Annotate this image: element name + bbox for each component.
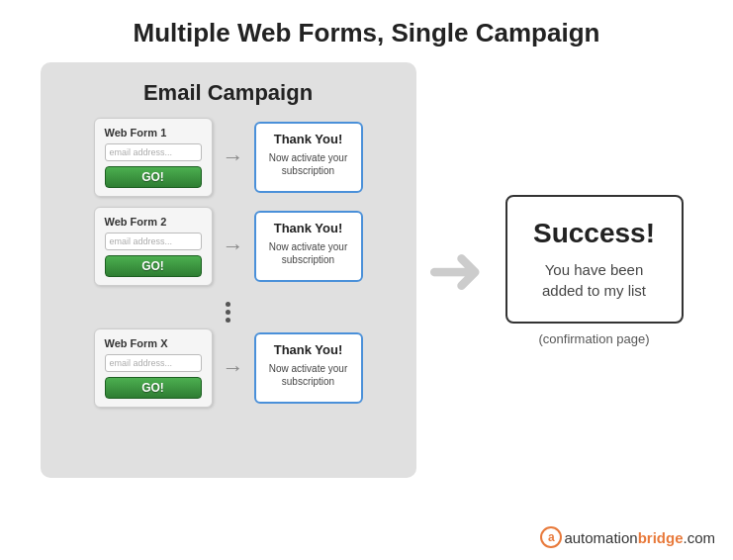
brand-automation: automation — [564, 529, 637, 546]
success-box: Success! You have been added to my list — [505, 195, 684, 324]
small-arrow-x: → — [223, 355, 244, 381]
email-input-2[interactable]: email address... — [105, 233, 202, 250]
web-form-label-2: Web Form 2 — [105, 216, 202, 228]
email-campaign-panel: Email Campaign Web Form 1 email address.… — [41, 62, 416, 478]
big-right-arrow-icon: ➜ — [426, 235, 485, 305]
web-form-box-1: Web Form 1 email address... GO! — [94, 118, 213, 197]
thank-you-sub-2: Now activate your subscription — [266, 240, 351, 266]
thank-you-sub-1: Now activate your subscription — [266, 151, 351, 177]
form-row-2: Web Form 2 email address... GO! → Thank … — [94, 207, 363, 286]
success-title: Success! — [533, 218, 655, 249]
dot-1 — [226, 302, 230, 307]
confirmation-label: (confirmation page) — [539, 331, 650, 346]
thank-you-title-x: Thank You! — [266, 342, 351, 357]
page-title-heading: Multiple Web Forms, Single Campaign — [0, 0, 733, 58]
thank-you-sub-x: Now activate your subscription — [266, 362, 351, 388]
campaign-title: Email Campaign — [143, 80, 313, 106]
thank-you-box-1: Thank You! Now activate your subscriptio… — [254, 122, 363, 193]
email-input-x[interactable]: email address... — [105, 354, 202, 372]
web-form-label-1: Web Form 1 — [105, 127, 202, 139]
success-body: You have been added to my list — [523, 259, 666, 301]
form-row-x: Web Form X email address... GO! → Thank … — [94, 328, 363, 408]
form-row-1: Web Form 1 email address... GO! → Thank … — [94, 118, 363, 197]
web-form-box-2: Web Form 2 email address... GO! — [94, 207, 213, 286]
brand-bridge: bridge — [638, 529, 684, 546]
go-button-2[interactable]: GO! — [105, 255, 202, 277]
small-arrow-2: → — [223, 233, 244, 259]
brand-dotcom: .com — [683, 529, 715, 546]
web-form-box-x: Web Form X email address... GO! — [94, 328, 213, 408]
brand-icon: a — [540, 526, 562, 548]
go-button-x[interactable]: GO! — [105, 377, 202, 399]
web-form-label-x: Web Form X — [105, 337, 202, 349]
dots-section — [226, 302, 230, 323]
thank-you-title-1: Thank You! — [266, 132, 351, 146]
go-button-1[interactable]: GO! — [105, 166, 202, 188]
thank-you-box-x: Thank You! Now activate your subscriptio… — [254, 332, 363, 404]
small-arrow-1: → — [223, 144, 244, 170]
dot-3 — [226, 318, 230, 323]
email-input-1[interactable]: email address... — [105, 143, 202, 161]
dot-2 — [226, 310, 230, 315]
branding: a automationbridge.com — [540, 526, 715, 548]
success-panel: Success! You have been added to my list … — [496, 195, 693, 346]
thank-you-box-2: Thank You! Now activate your subscriptio… — [254, 211, 363, 282]
big-arrow-container: ➜ — [416, 235, 496, 305]
thank-you-title-2: Thank You! — [266, 221, 351, 235]
